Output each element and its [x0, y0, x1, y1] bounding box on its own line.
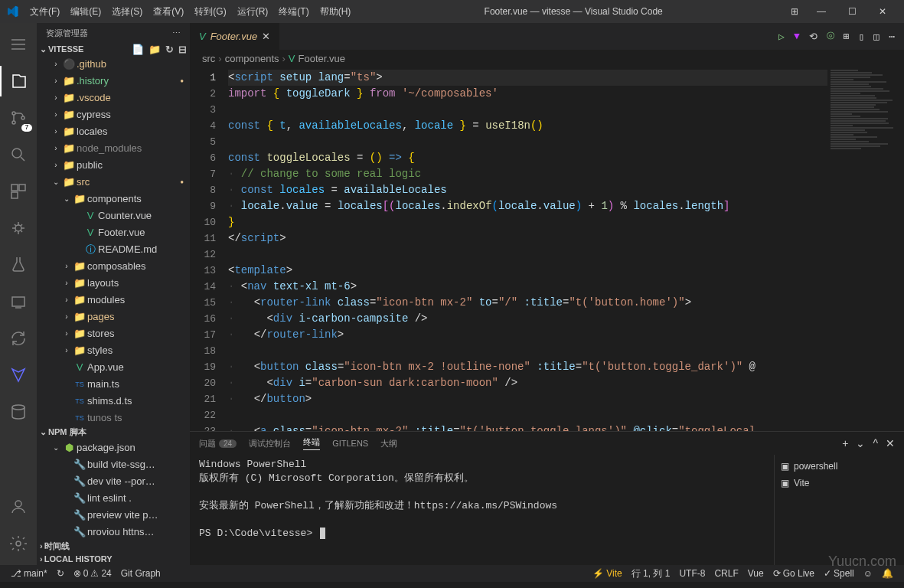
npm-script[interactable]: 🔧dev vite --por… [37, 472, 190, 489]
panel-new-icon[interactable]: + [842, 437, 848, 449]
breadcrumb[interactable]: src › components › V Footer.vue [190, 50, 904, 67]
menu-select[interactable]: 选择(S) [106, 5, 148, 18]
activity-explorer-icon[interactable] [0, 66, 37, 96]
sb-gitgraph[interactable]: Git Graph [116, 568, 165, 579]
tree-item-locales[interactable]: ›📁locales [37, 123, 190, 140]
sb-lang[interactable]: Vue [743, 567, 769, 580]
npm-script[interactable]: 🔧build vite-ssg… [37, 456, 190, 472]
menu-view[interactable]: 查看(V) [148, 5, 189, 18]
breadcrumb-file[interactable]: Footer.vue [299, 53, 345, 64]
tree-item-Counter.vue[interactable]: VCounter.vue [37, 207, 190, 224]
split-right-icon[interactable]: ◫ [873, 31, 880, 43]
menu-file[interactable]: 文件(F) [24, 5, 65, 18]
tree-item-main.ts[interactable]: TSmain.ts [37, 376, 190, 393]
sb-notifications-icon[interactable]: 🔔 [877, 567, 898, 580]
layout-icon[interactable]: ⊞ [791, 6, 806, 17]
tree-item-layouts[interactable]: ›📁layouts [37, 275, 190, 292]
tree-item-.history[interactable]: ›📁.history● [37, 73, 190, 90]
npm-script[interactable]: 🔧lint eslint . [37, 489, 190, 506]
tree-item-tunos ts[interactable]: TStunos ts [37, 410, 190, 426]
editor-body[interactable]: 1234567891011121314151617181920212223 <s… [190, 67, 904, 431]
sb-golive[interactable]: ⟳ Go Live [769, 567, 819, 580]
editor-layout-icon[interactable]: ▯ [859, 31, 865, 43]
term-session-vite[interactable]: ▣ Vite [781, 475, 898, 492]
timeline-header[interactable]: ›时间线 [37, 540, 190, 552]
activity-db-icon[interactable] [0, 397, 37, 427]
tree-item-Footer.vue[interactable]: VFooter.vue [37, 224, 190, 241]
tree-item-stores[interactable]: ›📁stores [37, 325, 190, 342]
tree-item-components[interactable]: ⌄📁components [37, 191, 190, 207]
minimize-button[interactable]: — [806, 6, 837, 17]
code-content[interactable]: <script setup lang="ts">import { toggleD… [228, 67, 827, 431]
sb-branch[interactable]: ⎇ main* [6, 568, 52, 579]
sb-vite[interactable]: ⚡ Vite [588, 567, 626, 580]
panel-maximize-icon[interactable]: ^ [873, 437, 878, 449]
sb-sync[interactable]: ↻ [52, 568, 69, 579]
activity-scm-icon[interactable]: 7 [0, 103, 37, 133]
activity-debug-icon[interactable] [0, 213, 37, 243]
activity-menu-icon[interactable] [0, 29, 37, 60]
tab-close-icon[interactable]: ✕ [262, 31, 270, 42]
new-folder-icon[interactable]: 📁 [148, 44, 161, 55]
panel-close-icon[interactable]: ✕ [886, 437, 895, 449]
tab-footer-vue[interactable]: V Footer.vue ✕ [190, 23, 279, 50]
menu-help[interactable]: 帮助(H) [315, 5, 357, 18]
new-file-icon[interactable]: 📄 [132, 44, 144, 55]
tree-item-styles[interactable]: ›📁styles [37, 342, 190, 359]
npm-scripts-header[interactable]: ⌄NPM 脚本 [37, 426, 190, 439]
sb-eol[interactable]: CRLF [710, 567, 742, 580]
minimap[interactable] [827, 67, 904, 431]
activity-account-icon[interactable] [0, 492, 37, 522]
tree-item-cypress[interactable]: ›📁cypress [37, 106, 190, 123]
sb-position[interactable]: 行 1, 列 1 [627, 567, 675, 580]
breadcrumb-src[interactable]: src [202, 53, 215, 64]
activity-vite-icon[interactable] [0, 360, 37, 390]
activity-search-icon[interactable] [0, 139, 37, 170]
activity-settings-icon[interactable] [0, 528, 37, 559]
tree-item-shims.d.ts[interactable]: TSshims.d.ts [37, 393, 190, 410]
compare-icon[interactable]: ⦾ [827, 31, 834, 42]
activity-remote-icon[interactable] [0, 286, 37, 317]
run-icon[interactable]: ▷ [778, 31, 785, 43]
sb-errors[interactable]: ⊗ 0 ⚠ 24 [69, 568, 116, 579]
tree-item-pages[interactable]: ›📁pages [37, 309, 190, 325]
menu-goto[interactable]: 转到(G) [189, 5, 231, 18]
panel-tab-terminal[interactable]: 终端 [303, 436, 320, 450]
npm-script[interactable]: ⌄⬢package.json [37, 439, 190, 456]
tree-item-README.md[interactable]: ⓘREADME.md [37, 241, 190, 258]
npm-script[interactable]: 🔧nroviou httns… [37, 523, 190, 540]
vite-action-icon[interactable]: ▼ [794, 31, 800, 42]
panel-tab-outline[interactable]: 大纲 [380, 438, 397, 449]
collapse-icon[interactable]: ⊟ [178, 44, 187, 55]
activity-test-icon[interactable] [0, 250, 37, 280]
tree-item-node_modules[interactable]: ›📁node_modules [37, 140, 190, 157]
split-icon[interactable]: ⊞ [844, 31, 850, 43]
project-header[interactable]: ⌄ VITESSE 📄 📁 ↻ ⊟ [37, 43, 190, 55]
panel-tab-debug-console[interactable]: 调试控制台 [249, 438, 291, 449]
menu-edit[interactable]: 编辑(E) [65, 5, 106, 18]
sb-encoding[interactable]: UTF-8 [674, 567, 710, 580]
tree-item-public[interactable]: ›📁public [37, 157, 190, 174]
refresh-icon[interactable]: ↻ [165, 44, 174, 55]
menu-terminal[interactable]: 终端(T) [273, 5, 314, 18]
editor-more-icon[interactable]: ⋯ [889, 31, 895, 43]
tree-item-App.vue[interactable]: VApp.vue [37, 359, 190, 376]
tree-item-.github[interactable]: ›⚫.github [37, 56, 190, 73]
term-session-powershell[interactable]: ▣ powershell [781, 458, 898, 475]
sb-spell[interactable]: ✓ Spell [819, 567, 859, 580]
sb-feedback-icon[interactable]: ☺ [859, 567, 877, 580]
tree-item-composables[interactable]: ›📁composables [37, 258, 190, 275]
panel-tab-gitlens[interactable]: GITLENS [332, 439, 368, 448]
panel-chevron-down-icon[interactable]: ⌄ [856, 437, 865, 449]
breadcrumb-components[interactable]: components [225, 53, 279, 64]
menu-run[interactable]: 运行(R) [232, 5, 274, 18]
npm-script[interactable]: 🔧preview vite p… [37, 506, 190, 523]
tree-item-modules[interactable]: ›📁modules [37, 292, 190, 309]
terminal[interactable]: Windows PowerShell版权所有 (C) Microsoft Cor… [190, 455, 774, 565]
maximize-button[interactable]: ☐ [837, 6, 867, 17]
tree-item-src[interactable]: ⌄📁src● [37, 174, 190, 191]
local-history-header[interactable]: ›LOCAL HISTORY [37, 553, 190, 565]
sidebar-more-icon[interactable]: ⋯ [172, 28, 181, 38]
activity-extensions-icon[interactable] [0, 176, 37, 207]
activity-refresh-icon[interactable] [0, 323, 37, 354]
